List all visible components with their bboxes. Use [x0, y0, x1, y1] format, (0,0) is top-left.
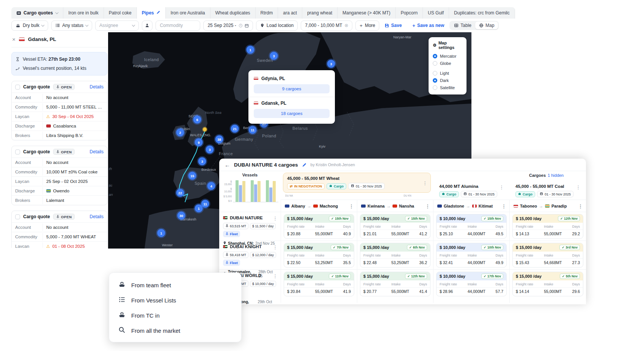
cluster-marker[interactable]: 38	[215, 135, 223, 143]
rate-cell[interactable]: $ 15,000 /day✓11th NovFreight rateIntake…	[284, 272, 354, 296]
vessel-position-dot[interactable]	[203, 127, 207, 131]
tab-patrol-coke[interactable]: Patrol coke	[104, 7, 137, 19]
cluster-marker[interactable]: 11	[249, 126, 257, 134]
projection-option-mercator[interactable]: Mercator	[433, 52, 462, 60]
rate-cell[interactable]: $ 10,000 /day✓10th NovFreight rateIntake…	[436, 243, 507, 268]
tab-pipes[interactable]: Pipes	[137, 7, 166, 19]
cluster-marker[interactable]: 30	[177, 212, 185, 220]
map-style-option-dark[interactable]: Dark	[433, 77, 462, 84]
rate-cell[interactable]: $ 15,000 /day✓6th NovFreight rateIntakeD…	[360, 243, 430, 268]
details-link[interactable]: Details	[90, 149, 104, 154]
cluster-marker[interactable]: 3	[270, 52, 278, 60]
more-options-icon[interactable]: ⋮	[273, 216, 278, 221]
rate-cell[interactable]: $ 10,000 /day✓17th NovFreight rateIntake…	[436, 272, 507, 296]
tab-label: US Gulf	[428, 10, 444, 16]
commodity-input[interactable]	[156, 20, 200, 31]
more-options-icon[interactable]: ⋮	[499, 184, 504, 190]
menu-item-from-all-the-market[interactable]: From all the market	[109, 323, 241, 338]
cargo-count-button[interactable]: 9 cargoes	[254, 84, 330, 93]
rate-cell[interactable]: $ 10,000 /day✓15th NovFreight rateIntake…	[436, 214, 507, 239]
clear-icon[interactable]: ⊗	[344, 23, 348, 28]
cluster-marker[interactable]: 3	[206, 146, 214, 154]
rate-cell[interactable]: $ 15,000 /day✓15th NovFreight rateIntake…	[360, 214, 430, 239]
tab-popcorn[interactable]: Popcorn	[396, 7, 423, 19]
map-style-option-satellite[interactable]: Satellite	[433, 84, 462, 91]
save-button[interactable]: Save	[382, 23, 404, 28]
cargo-quotes-menu-tab[interactable]: Cargo quotes	[11, 7, 63, 19]
rate-cell[interactable]: $ 15,000 /day✓12th NovFreight rateIntake…	[360, 272, 430, 296]
table-label: Table	[460, 23, 471, 28]
date-range-filter[interactable]: 25 Sep 2025 -	[203, 20, 253, 31]
rate-cell[interactable]: $ 15,000 /day✓5th NovFreight rateIntakeD…	[512, 272, 583, 296]
cargo-count-button[interactable]: 18 cargoes	[254, 109, 330, 118]
tab-manganese-40k-mt-[interactable]: Manganese (> 40K MT)	[338, 7, 396, 19]
tab-iron-ore-in-bulk[interactable]: Iron ore in bulk	[63, 7, 104, 19]
tab-rtrdm[interactable]: Rtrdm	[256, 7, 278, 19]
route-to: Kitimat	[479, 204, 493, 208]
intake-label: Intake	[544, 225, 567, 228]
tab-ara-act[interactable]: ara act	[278, 7, 302, 19]
load-location-filter[interactable]: Load location	[256, 20, 298, 31]
tc-rate-badge: $ 12,000 / day	[250, 252, 276, 258]
map-style-option-light[interactable]: Light	[433, 69, 462, 77]
more-options-icon[interactable]: ⋮	[349, 203, 354, 209]
close-icon[interactable]: ×	[12, 36, 16, 42]
card-checkbox[interactable]	[15, 150, 20, 154]
more-options-icon[interactable]: ⋮	[425, 203, 430, 209]
cluster-marker[interactable]: 1	[195, 205, 203, 212]
card-checkbox[interactable]	[15, 85, 20, 90]
more-options-icon[interactable]: ⋮	[576, 184, 581, 190]
status-filter[interactable]: Any status	[51, 20, 92, 31]
more-options-icon[interactable]: ⋮	[501, 203, 506, 209]
rate-cell[interactable]: $ 15,000 /day✓3rd NovFreight rateIntakeD…	[512, 243, 583, 268]
laycan-check-chip: ✓15th Nov	[329, 216, 351, 221]
tab-prang-wheat[interactable]: prang wheat	[302, 7, 338, 19]
menu-item-from-vessel-lists[interactable]: From Vessel Lists	[109, 293, 241, 308]
more-options-icon[interactable]: ⋮	[578, 203, 583, 209]
map-view-button[interactable]: Map	[475, 22, 498, 29]
rate-cell[interactable]: $ 15,000 /day✓15th NovFreight rateIntake…	[284, 214, 354, 239]
cargo-type-filter[interactable]: Dry bulk	[11, 20, 48, 31]
rate-cell[interactable]: $ 15,000 /day✓7th NovFreight rateIntakeD…	[284, 243, 354, 268]
back-arrow-icon[interactable]: ←	[225, 162, 230, 168]
cluster-marker[interactable]: 1	[247, 46, 254, 54]
menu-item-from-team-fleet[interactable]: From team fleet	[109, 277, 241, 293]
quantity-filter[interactable]: 7,000 - 10,000 MT ⊗	[301, 20, 352, 31]
cluster-marker[interactable]: 21	[231, 125, 239, 133]
details-link[interactable]: Details	[90, 84, 104, 90]
cargo-dates-badge: 01 - 30 Nov 2025	[537, 191, 573, 197]
cluster-marker[interactable]: 1	[157, 229, 165, 237]
tab-iron-ore-australia[interactable]: Iron ore Australia	[166, 7, 210, 19]
cluster-marker[interactable]: 4	[207, 182, 215, 190]
cluster-marker[interactable]: 9	[195, 139, 203, 146]
menu-item-from-tc-in[interactable]: From TC in	[109, 308, 241, 323]
cluster-marker[interactable]: 15	[188, 172, 196, 180]
card-checkbox[interactable]	[15, 214, 20, 219]
assignee-person-button[interactable]	[142, 20, 152, 31]
cluster-marker[interactable]: 3	[327, 60, 335, 68]
fleet-anchor-icon	[225, 232, 229, 236]
more-options-icon[interactable]: ⋮	[423, 180, 427, 186]
tab-us-gulf[interactable]: US Gulf	[423, 7, 449, 19]
rate-cell-labels: Freight rateIntakeDays	[513, 280, 583, 288]
table-view-button[interactable]: Table	[450, 22, 475, 29]
tab-duplicates-crc-from-gemilc[interactable]: Duplicates: crc from Gemilc	[449, 7, 515, 19]
projection-option-globe[interactable]: Globe	[433, 60, 462, 67]
daily-rate: $ 15,000 /day	[516, 216, 542, 221]
cluster-marker[interactable]: 6	[193, 116, 201, 124]
edit-pencil-icon[interactable]	[302, 162, 307, 167]
check-icon: ✓	[484, 246, 486, 249]
rate-cell[interactable]: $ 15,000 /day✓12th NovFreight rateIntake…	[512, 214, 583, 239]
save-as-new-button[interactable]: + Save as new	[410, 23, 446, 28]
more-options-icon[interactable]: ⋮	[273, 244, 278, 250]
details-link[interactable]: Details	[90, 214, 104, 219]
more-filters-button[interactable]: + More	[355, 20, 379, 31]
cluster-marker[interactable]: 3	[198, 157, 206, 165]
cluster-marker[interactable]: 22	[176, 189, 184, 197]
cluster-marker[interactable]: 2	[176, 129, 184, 137]
in-flag-icon	[545, 205, 550, 208]
freight-value: $ 32.41	[440, 260, 468, 265]
tab-wheat-duplicates[interactable]: Wheat duplicates	[210, 7, 256, 19]
assignee-filter[interactable]: Assignee	[95, 20, 139, 31]
more-options-icon[interactable]: ⋮	[273, 273, 278, 279]
